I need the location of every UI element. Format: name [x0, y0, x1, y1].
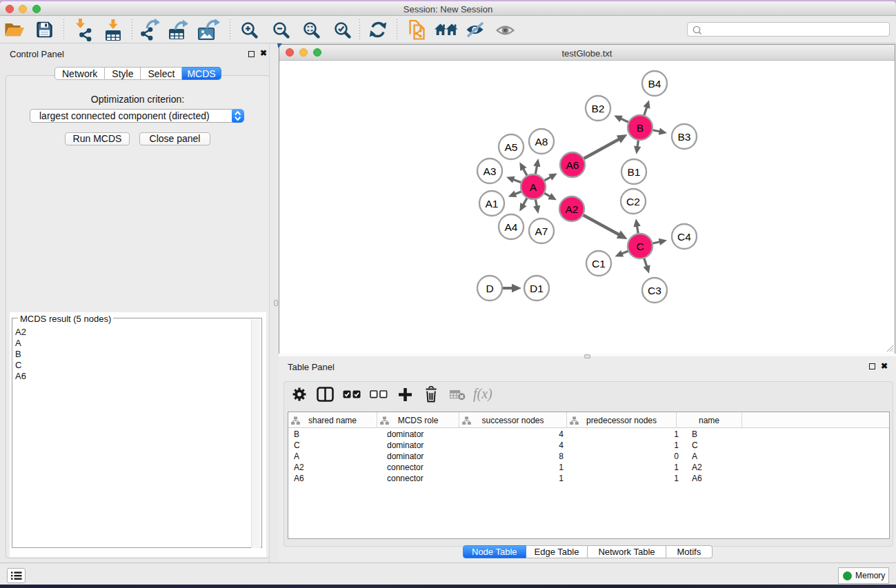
svg-text:B1: B1 [628, 166, 641, 178]
svg-text:C1: C1 [592, 258, 606, 270]
svg-text:B4: B4 [648, 78, 661, 90]
svg-text:C4: C4 [677, 231, 691, 243]
svg-text:A8: A8 [535, 136, 548, 148]
svg-text:B2: B2 [592, 103, 605, 114]
svg-text:A2: A2 [566, 203, 579, 215]
svg-text:C: C [636, 241, 644, 252]
svg-text:A4: A4 [505, 221, 518, 233]
svg-text:A1: A1 [486, 198, 499, 210]
svg-text:A6: A6 [566, 159, 579, 171]
svg-text:A3: A3 [484, 165, 497, 177]
svg-text:C2: C2 [626, 196, 640, 207]
svg-text:A7: A7 [535, 225, 548, 237]
svg-text:C3: C3 [648, 285, 661, 296]
svg-text:D: D [486, 283, 493, 294]
svg-text:D1: D1 [530, 283, 544, 294]
svg-text:B3: B3 [678, 131, 691, 143]
svg-text:A: A [530, 181, 537, 193]
svg-text:A5: A5 [505, 141, 518, 153]
svg-text:B: B [637, 122, 644, 134]
